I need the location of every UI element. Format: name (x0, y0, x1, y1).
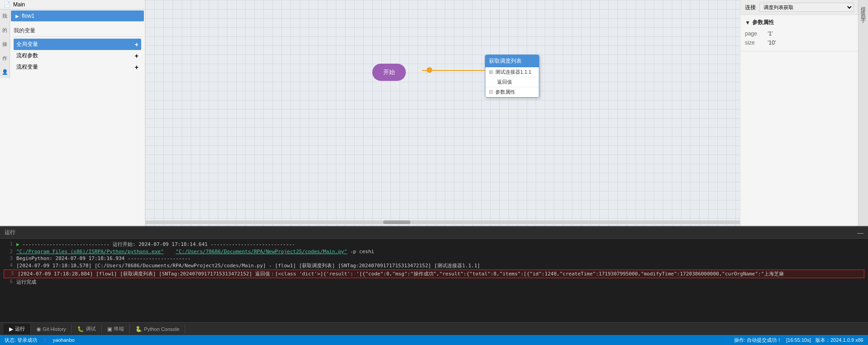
status-text: 状态: 登录成功 (5, 337, 37, 344)
flow-vars-item[interactable]: 流程变量 + (14, 61, 141, 73)
terminal-tab-icon: ▣ (107, 326, 112, 332)
tab-debug[interactable]: 🐛 调试 (72, 324, 102, 334)
fetch-node-row2: 返回值 (485, 77, 539, 87)
minimize-button[interactable]: — (857, 229, 863, 236)
tab-run[interactable]: ▶ 运行 (4, 324, 31, 334)
global-vars-item[interactable]: 全局变量 + (14, 39, 141, 50)
run-tab-icon: ▶ (9, 326, 13, 332)
bottom-tabs: ▶ 运行 ◉ Git History 🐛 调试 ▣ 终端 🐍 Python Co… (0, 322, 868, 335)
flow-item-label: flow1 (22, 13, 35, 19)
fetch-node-connector-label: 测试连接器1.1.1 (495, 69, 531, 75)
start-node-label: 开始 (383, 69, 395, 75)
main-icon: 📄 (4, 1, 10, 8)
params-section-title: ▼ 参数属性 (745, 19, 853, 26)
username: yaohanbo (53, 337, 74, 343)
tab-python-console[interactable]: 🐍 Python Console (130, 324, 185, 334)
grid-icon: 田 (489, 89, 493, 95)
canvas-scrollbar-thumb[interactable] (383, 220, 410, 224)
flow-item[interactable]: ▶ flow1 (11, 10, 144, 21)
log-content-4: [2024-07-09 17:18:18,578] [C:/Users/7868… (16, 262, 864, 269)
connector-dot (427, 67, 432, 73)
variables-section: 我的变量 全局变量 + 流程参数 + 流程变量 + (10, 22, 145, 75)
left-sidebar: 📄 Main 我 的 操 作 👤 ▶ flow1 我的变量 (0, 0, 145, 226)
log-content-5: [2024-07-09 17:18:28,884] [flow1] [获取调度列… (18, 270, 863, 277)
action-icon-2[interactable]: 的 (2, 25, 8, 35)
action-icon-1[interactable]: 我 (2, 11, 8, 21)
page-label: page (745, 30, 768, 37)
line-num-5: 5 (5, 270, 14, 277)
connection-label: 连接 (745, 4, 756, 11)
run-icon: ▶ (16, 241, 20, 247)
flow-play-icon: ▶ (15, 14, 19, 19)
version-text: 版本：2024.1.0.9 x86 (815, 337, 863, 344)
fetch-node[interactable]: 获取调度列表 眼 测试连接器1.1.1 返回值 田 参数属性 (485, 55, 539, 98)
start-node[interactable]: 开始 (372, 64, 406, 81)
far-right-panel: 模 板 助 手 (858, 0, 868, 226)
right-panel: 连接 调度列表获取 ▼ 参数属性 page '1' size '10' (740, 0, 858, 226)
python-tab-icon: 🐍 (135, 326, 142, 332)
log-line-5: 5 [2024-07-09 17:18:28,884] [flow1] [获取调… (4, 270, 864, 278)
log-content-2: "C:/Program Files (x86)/ISRPA/Python/pyt… (16, 249, 864, 255)
global-vars-label: 全局变量 (16, 40, 38, 48)
flow-params-item[interactable]: 流程参数 + (14, 50, 141, 61)
log-line-2: 2 "C:/Program Files (x86)/ISRPA/Python/p… (4, 248, 864, 255)
log-content-3: BeginPython: 2024-07-09 17:18:16.934 ---… (16, 255, 864, 261)
sidebar-nav: 我 的 操 作 👤 (0, 10, 10, 78)
line-num-2: 2 (4, 249, 13, 255)
params-section: ▼ 参数属性 page '1' size '10' (740, 15, 858, 51)
log-text-2b: -p ceshi (350, 249, 374, 255)
add-flow-var-button[interactable]: + (135, 64, 138, 71)
bottom-panel: 运行 — 1 ▶ ----------------------------- 运… (0, 226, 868, 335)
eye-icon: 眼 (489, 69, 493, 75)
main-label: Main (13, 1, 25, 8)
fetch-node-header: 获取调度列表 (485, 55, 539, 67)
terminal-tab-label: 终端 (114, 325, 124, 332)
time-text: [16:55:10s] (786, 337, 811, 343)
tab-terminal[interactable]: ▣ 终端 (102, 324, 130, 334)
log-link-python[interactable]: "C:/Program Files (x86)/ISRPA/Python/pyt… (16, 249, 164, 255)
chevron-icon: ▼ (745, 20, 750, 26)
debug-tab-label: 调试 (86, 325, 96, 332)
flow-vars-label: 流程变量 (16, 63, 38, 71)
log-line-6: 6 运行完成 (4, 278, 864, 286)
log-text-1: ----------------------------- 运行开始: 2024… (22, 241, 295, 247)
log-line-4: 4 [2024-07-09 17:18:18,578] [C:/Users/78… (4, 262, 864, 270)
flow-params-label: 流程参数 (16, 52, 38, 60)
page-row: page '1' (745, 29, 853, 38)
fetch-node-label: 获取调度列表 (489, 58, 522, 64)
params-label: 参数属性 (752, 19, 774, 26)
fetch-node-params-label: 参数属性 (495, 89, 515, 95)
person-icon[interactable]: 👤 (1, 68, 9, 76)
line-num-1: 1 (4, 241, 13, 248)
page-value: '1' (768, 30, 773, 37)
add-global-var-button[interactable]: + (135, 41, 138, 48)
debug-tab-icon: 🐛 (77, 326, 84, 332)
size-label: size (745, 40, 768, 46)
action-icon-4[interactable]: 作 (2, 54, 8, 63)
log-line-1: 1 ▶ ----------------------------- 运行开始: … (4, 240, 864, 248)
run-panel-title: 运行 (5, 229, 15, 236)
python-tab-label: Python Console (144, 326, 179, 332)
fetch-node-return-label: 返回值 (497, 79, 512, 85)
line-num-6: 6 (4, 279, 13, 285)
add-flow-param-button[interactable]: + (135, 52, 138, 60)
git-tab-label: Git History (43, 326, 66, 332)
canvas-area[interactable]: 开始 获取调度列表 眼 测试连接器1.1.1 返回值 田 参数属性 (145, 0, 740, 226)
action-icon-3[interactable]: 操 (2, 40, 8, 49)
line-num-3: 3 (4, 255, 13, 261)
log-content-1: ▶ ----------------------------- 运行开始: 20… (16, 241, 864, 248)
fetch-node-row3: 田 参数属性 (485, 87, 539, 97)
sidebar-main: ▶ flow1 我的变量 全局变量 + 流程参数 + 流程变量 (10, 10, 145, 78)
connection-select[interactable]: 调度列表获取 (760, 3, 853, 12)
log-line-3: 3 BeginPython: 2024-07-09 17:18:16.934 -… (4, 255, 864, 262)
user-icon: 👤 (42, 337, 48, 343)
fetch-node-row1: 眼 测试连接器1.1.1 (485, 67, 539, 77)
right-panel-header: 连接 调度列表获取 (740, 0, 858, 15)
status-bar: 状态: 登录成功 👤 yaohanbo 操作: 自动提交成功！ [16:55:1… (0, 335, 868, 345)
status-right: 操作: 自动提交成功！ [16:55:10s] 版本：2024.1.0.9 x8… (734, 337, 863, 344)
tab-git-history[interactable]: ◉ Git History (31, 324, 72, 334)
canvas-scrollbar[interactable] (145, 220, 740, 224)
size-value: '10' (768, 40, 776, 46)
line-num-4: 4 (4, 262, 13, 269)
log-link-main[interactable]: "C:/Users/78686/Documents/RPA/NewProject… (176, 249, 347, 255)
